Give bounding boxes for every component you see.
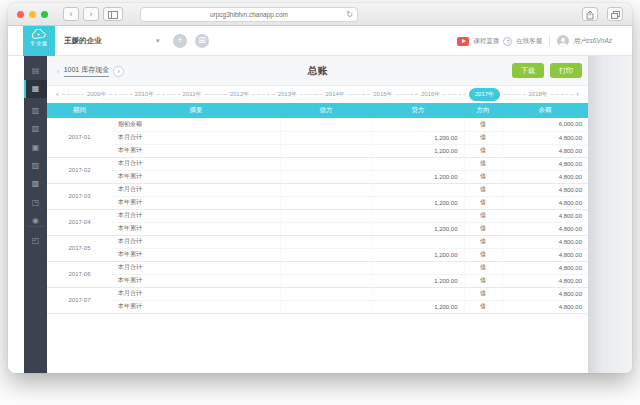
period-cell: 2017-03 [47,183,112,209]
debit-cell [280,196,372,209]
apps-grid-button[interactable]: ⊞ [195,34,209,48]
debit-cell [280,118,372,131]
credit-cell: 1,200.00 [372,131,464,144]
balance-cell: 4,800.00 [502,274,588,287]
online-support-link[interactable]: 在线客服 [516,37,542,46]
sidebar-item-ledger[interactable]: ▦ [24,80,47,98]
table-row: 本年累计1,200.00借4,800.00 [47,222,588,235]
timeline-dash [62,94,84,95]
year-item-2017[interactable]: 2017年 [469,88,500,101]
column-header-2: 借方 [280,103,372,118]
promo-gift-icon: ◰ [32,236,40,245]
add-button[interactable]: + [173,34,187,48]
username[interactable]: 用户zs6VnAz [573,37,612,46]
year-timeline: ‹ 2009年2010年2011年2012年2013年2014年2015年201… [47,86,588,103]
timeline-dash [443,94,465,95]
year-item-2012[interactable]: 2012年 [230,90,249,99]
balance-cell: 4,800.00 [502,170,588,183]
zoom-window-button[interactable] [41,11,48,18]
timeline-dash [205,94,227,95]
debit-cell [280,157,372,170]
sidebar-item-invoice[interactable]: ▨ [24,157,47,175]
share-button[interactable] [582,7,598,21]
sidebar-divider [28,226,43,227]
browser-sidebar-toggle-button[interactable] [103,7,123,21]
year-item-2010[interactable]: 2010年 [135,90,154,99]
avatar[interactable] [557,35,569,47]
main-area: ▤▦▥▧▣▨▩◳◉◰ ‹ 1001 库存现金 › 总账 下载 打印 ‹ 2009… [8,56,632,373]
summary-cell: 本月合计 [112,261,280,274]
credit-cell: 1,200.00 [372,222,464,235]
browser-window: ‹ › urpcg3hibfvn.chanapp.com ↻ [8,3,632,373]
timeline-next-icon[interactable]: › [576,90,579,99]
timeline-dash [300,94,322,95]
browser-back-button[interactable]: ‹ [63,7,79,21]
sidebar-item-reports-chart[interactable]: ▥ [24,102,47,120]
sidebar-item-funds[interactable]: ▣ [24,139,47,157]
general-ledger-table: 期间摘要借方贷方方向余额 2017-01期初余额借6,000.00本月合计1,2… [47,103,588,314]
timeline-dash [252,94,274,95]
credit-cell [372,287,464,300]
live-broadcast-link[interactable]: 课程直播 [473,37,499,46]
debit-cell [280,274,372,287]
year-item-2016[interactable]: 2016年 [421,90,440,99]
credit-cell: 1,200.00 [372,248,464,261]
timeline-dash [551,94,573,95]
sidebar-item-promo-gift[interactable]: ◰ [24,232,47,250]
settings-gear-icon: ◉ [32,216,39,225]
year-item-2015[interactable]: 2015年 [373,90,392,99]
sidebar-item-settings-gear[interactable]: ◉ [24,212,47,230]
direction-cell: 借 [464,170,502,183]
period-cell: 2017-07 [47,287,112,313]
direction-cell: 借 [464,131,502,144]
balance-cell: 4,800.00 [502,222,588,235]
tab-overview-button[interactable] [607,7,623,21]
year-item-2013[interactable]: 2013年 [278,90,297,99]
balance-cell: 4,800.00 [502,144,588,157]
salary-icon: ▩ [32,179,40,188]
year-item-2014[interactable]: 2014年 [325,90,344,99]
sidebar-item-salary[interactable]: ▩ [24,175,47,193]
download-button[interactable]: 下载 [512,63,544,78]
table-row: 本年累计1,200.00借4,800.00 [47,248,588,261]
company-name[interactable]: 王媛的企业 [64,26,102,56]
balance-cell: 4,800.00 [502,196,588,209]
sidebar-item-checkout[interactable]: ▧ [24,120,47,138]
browser-titlebar: ‹ › urpcg3hibfvn.chanapp.com ↻ [8,3,632,26]
app-logo[interactable]: 专业版 [23,26,55,56]
ledger-toolbar: ‹ 1001 库存现金 › 总账 下载 打印 [47,56,588,86]
sidebar-item-voucher[interactable]: ▤ [24,62,47,80]
credit-cell: 1,200.00 [372,196,464,209]
table-row: 2017-06本月合计借4,800.00 [47,261,588,274]
balance-cell: 4,800.00 [502,235,588,248]
table-row: 2017-04本月合计借4,800.00 [47,209,588,222]
reload-icon[interactable]: ↻ [346,10,353,19]
timeline-dash [503,94,525,95]
period-cell: 2017-05 [47,235,112,261]
print-button[interactable]: 打印 [550,63,582,78]
summary-cell: 本年累计 [112,274,280,287]
sidebar-item-fixed-assets[interactable]: ◳ [24,194,47,212]
sidebar-toggle-icon [108,11,118,19]
address-bar[interactable]: urpcg3hibfvn.chanapp.com ↻ [140,7,358,22]
credit-cell [372,118,464,131]
fixed-assets-icon: ◳ [32,198,40,207]
credit-cell: 1,200.00 [372,274,464,287]
year-item-2009[interactable]: 2009年 [87,90,106,99]
credit-cell: 1,200.00 [372,170,464,183]
balance-cell: 4,800.00 [502,183,588,196]
close-window-button[interactable] [17,11,24,18]
column-header-1: 摘要 [112,103,280,118]
table-row: 本月合计1,200.00借4,800.00 [47,131,588,144]
table-row: 2017-01期初余额借6,000.00 [47,118,588,131]
table-row: 2017-05本月合计借4,800.00 [47,235,588,248]
browser-forward-button[interactable]: › [83,7,99,21]
direction-cell: 借 [464,157,502,170]
period-cell: 2017-04 [47,209,112,235]
year-item-2018[interactable]: 2018年 [529,90,548,99]
year-item-2011[interactable]: 2011年 [183,90,202,99]
chevron-down-icon[interactable]: ▾ [156,26,160,56]
period-cell: 2017-01 [47,118,112,157]
minimize-window-button[interactable] [29,11,36,18]
scrollbar-track[interactable] [588,56,632,373]
